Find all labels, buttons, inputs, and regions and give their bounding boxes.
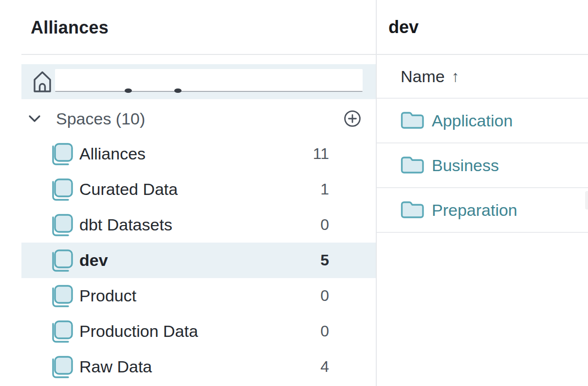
- sidebar-header-divider: [21, 54, 376, 55]
- spaces-sidebar: Alliances Spaces (10): [0, 0, 376, 386]
- space-item-label: Alliances: [79, 144, 146, 163]
- folder-icon: [401, 111, 424, 130]
- space-icon: [52, 354, 73, 380]
- arrow-up-icon[interactable]: ↑: [452, 68, 459, 86]
- space-item-count: 5: [320, 251, 329, 269]
- sidebar-item-dbt-datasets[interactable]: dbt Datasets 0: [21, 207, 376, 243]
- spaces-group-label: Spaces (10): [56, 109, 145, 128]
- sidebar-item-raw-data[interactable]: Raw Data 4: [21, 349, 376, 385]
- sidebar-item-production-data[interactable]: Production Data 0: [21, 314, 376, 349]
- sidebar-item-product[interactable]: Product 0: [21, 278, 376, 314]
- content-header: dev: [377, 0, 588, 55]
- folder-row-business[interactable]: Business: [377, 143, 588, 188]
- spaces-group-row[interactable]: Spaces (10): [21, 101, 376, 136]
- space-icon: [52, 248, 73, 273]
- right-edge-artifact: [585, 191, 588, 210]
- space-icon: [52, 283, 73, 309]
- sidebar-item-curated-data[interactable]: Curated Data 1: [21, 172, 376, 207]
- sidebar-header: Alliances: [0, 0, 376, 55]
- chevron-down-icon[interactable]: [28, 115, 41, 123]
- space-icon: [52, 141, 73, 167]
- space-item-label: Raw Data: [79, 357, 152, 376]
- home-icon: [33, 70, 52, 93]
- space-item-label: Product: [79, 286, 136, 305]
- folder-icon: [401, 201, 424, 219]
- folder-row-preparation[interactable]: Preparation: [377, 188, 588, 233]
- sidebar-item-home[interactable]: [21, 64, 376, 99]
- sidebar-title: Alliances: [31, 18, 109, 38]
- redacted-text-descender: [125, 88, 132, 93]
- redacted-home-label: [55, 69, 363, 92]
- space-item-count: 0: [320, 216, 329, 234]
- space-icon: [52, 177, 73, 202]
- folder-link[interactable]: Application: [432, 111, 513, 130]
- name-header-label: Name: [401, 67, 445, 86]
- spaces-list: Alliances 11 Curated Data 1: [0, 136, 376, 385]
- name-column-header[interactable]: Name ↑: [377, 55, 588, 99]
- space-icon: [52, 319, 73, 344]
- space-item-count: 0: [320, 322, 329, 340]
- folder-icon: [401, 156, 424, 175]
- sidebar-item-alliances[interactable]: Alliances 11: [21, 136, 376, 172]
- space-item-label: Curated Data: [79, 180, 178, 199]
- space-icon: [52, 212, 73, 238]
- folder-link[interactable]: Preparation: [432, 201, 517, 220]
- space-item-count: 1: [320, 180, 329, 198]
- folder-link[interactable]: Business: [432, 156, 499, 175]
- space-item-count: 11: [313, 145, 329, 163]
- space-item-label: dbt Datasets: [79, 215, 172, 234]
- space-content-panel: dev Name ↑ Application Business: [377, 0, 588, 386]
- folder-row-application[interactable]: Application: [377, 99, 588, 143]
- add-space-button[interactable]: [344, 110, 361, 127]
- plus-circle-icon: [344, 110, 361, 127]
- space-item-count: 4: [320, 358, 329, 376]
- space-browser-page: Alliances Spaces (10): [0, 0, 588, 386]
- space-item-label: Production Data: [79, 322, 198, 341]
- space-item-count: 0: [320, 287, 329, 305]
- space-item-label: dev: [79, 251, 108, 270]
- redacted-text-descender: [174, 88, 182, 93]
- page-title: dev: [388, 17, 419, 37]
- sidebar-item-dev[interactable]: dev 5: [21, 243, 376, 278]
